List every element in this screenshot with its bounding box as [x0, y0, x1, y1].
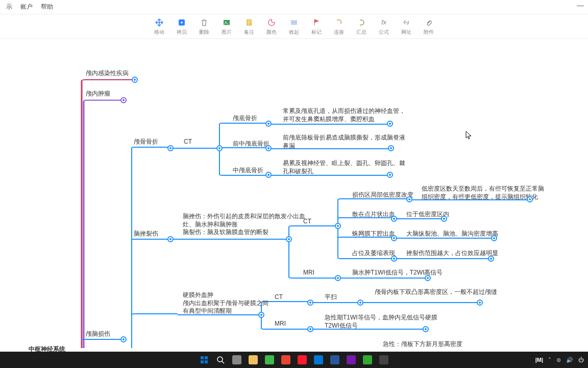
taskbar-onenote-icon[interactable] [345, 354, 357, 366]
node-mass-effect[interactable]: 占位及萎缩表现 [352, 249, 395, 258]
tool-fx[interactable]: fx公式 [376, 17, 391, 36]
taskbar-taskview-icon[interactable] [231, 354, 243, 366]
expand-icon[interactable] [441, 216, 447, 222]
expand-icon[interactable] [307, 300, 313, 306]
tool-label: 删除 [199, 29, 209, 36]
node-mri2-detail[interactable]: 急性期T1WI等信号，血肿内见低信号硬膜 T2WI低信号 [325, 314, 437, 330]
taskbar-mubu-icon[interactable] [361, 354, 374, 366]
node-contusion-detail[interactable]: 脑挫伤：外伤引起的皮质和深层的散发小出血 灶、脑水肿和脑肿胀 脑裂伤：脑及软脑膜… [183, 213, 305, 237]
node-plain-detail[interactable]: 颅骨内板下双凸形高密度区，一般不超过颅缝 [375, 288, 497, 296]
expand-icon[interactable] [488, 256, 494, 262]
node-mass-detail[interactable]: 挫裂伤范围越大，占位效应越明显 [406, 249, 498, 258]
node-anterior-mid[interactable]: 前中颅底骨折 [233, 140, 270, 148]
expand-icon[interactable] [307, 326, 313, 332]
expand-icon[interactable] [357, 300, 363, 306]
taskbar-opera-icon[interactable] [296, 354, 308, 366]
tool-label: 收起 [289, 29, 299, 36]
tool-trash[interactable]: 删除 [197, 17, 212, 36]
expand-icon[interactable] [388, 145, 394, 151]
expand-icon[interactable] [167, 236, 174, 242]
taskbar-search-icon[interactable] [214, 354, 227, 366]
tool-url[interactable]: 网址 [399, 17, 414, 36]
node-subarachnoid-detail[interactable]: 大脑纵裂池、脑池、脑沟密度增高 [406, 230, 498, 238]
wifi-icon[interactable]: ⊚ [556, 357, 561, 363]
volume-icon[interactable]: 🔊 [566, 357, 573, 363]
tool-copy[interactable]: 拷贝 [174, 17, 189, 36]
node-contusion[interactable]: 脑挫裂伤 [134, 230, 158, 238]
node-low-density[interactable]: 损伤区局部低密度改变 [352, 191, 413, 199]
expand-icon[interactable] [258, 312, 264, 318]
taskbar-start-icon[interactable] [198, 354, 210, 366]
tool-link[interactable]: 连接 [331, 17, 347, 36]
taskbar-chrome-icon[interactable] [280, 354, 292, 366]
expand-icon[interactable] [387, 172, 393, 178]
tool-collapse[interactable]: 收起 [286, 17, 302, 36]
expand-icon[interactable] [391, 216, 397, 222]
systray[interactable]: |M| ˄ ⊚ 🔊 ⏻ [535, 357, 584, 363]
node-mri2[interactable]: MRI [275, 320, 286, 328]
expand-icon[interactable] [265, 172, 272, 178]
expand-icon[interactable] [120, 97, 127, 103]
tool-attach[interactable]: 附件 [421, 17, 436, 36]
node-ct2[interactable]: CT [303, 218, 311, 226]
menu-account[interactable]: 账户 [16, 3, 37, 11]
fx-icon: fx [379, 17, 389, 28]
window-minimize[interactable]: — [577, 1, 584, 9]
tool-palette[interactable]: 颜色 [264, 17, 279, 36]
expand-icon[interactable] [423, 326, 429, 332]
expand-icon[interactable] [120, 336, 127, 342]
expand-icon[interactable] [391, 235, 397, 241]
expand-icon[interactable] [491, 235, 497, 241]
mubu-tray-icon[interactable]: |M| [535, 357, 543, 363]
expand-icon[interactable] [335, 223, 341, 229]
menu-partial[interactable]: 示 [2, 3, 16, 11]
mindmap-canvas[interactable]: 中枢神经系统 颅内感染性疾病 颅内肿瘤 颅脑损伤 颅骨骨折 CT 颅底骨折 常累… [0, 39, 588, 352]
expand-icon[interactable] [265, 121, 272, 127]
tool-note[interactable]: 备注 [241, 17, 257, 36]
expand-icon[interactable] [265, 145, 272, 151]
taskbar-terminal-icon[interactable] [378, 354, 390, 366]
node-low-density-detail[interactable]: 低密度区数天至数周后，有些可恢复至正常脑 组织密度，有些更低密度，提示脑组织软化 [422, 185, 544, 201]
taskbar-edge-icon[interactable] [312, 354, 325, 366]
taskbar-explorer-icon[interactable] [247, 354, 259, 366]
expand-icon[interactable] [167, 145, 174, 151]
tool-image[interactable]: 图片 [219, 17, 234, 36]
expand-icon[interactable] [425, 275, 431, 281]
expand-icon[interactable] [132, 77, 138, 83]
expand-icon[interactable] [387, 121, 393, 127]
node-mid-base[interactable]: 中颅底骨折 [233, 167, 263, 175]
node-tumor[interactable]: 颅内肿瘤 [86, 90, 110, 98]
node-anterior-mid-detail[interactable]: 前颅底筛板骨折易造成脑膜撕裂，形成脑脊液 鼻漏 [283, 134, 405, 150]
taskbar-word-icon[interactable] [329, 354, 341, 366]
tool-summary[interactable]: 汇总 [354, 17, 369, 36]
expand-icon[interactable] [335, 275, 341, 281]
expand-icon[interactable] [477, 300, 483, 306]
expand-icon[interactable] [406, 196, 412, 202]
taskbar-wechat-icon[interactable] [263, 354, 276, 366]
node-skull-base-detail[interactable]: 常累及颅底孔道，从而损伤通过的神经血管， 并可发生鼻窦粘膜增厚、窦腔积血 [283, 107, 405, 123]
tool-move[interactable]: 移动 [152, 17, 167, 36]
node-skull-fracture[interactable]: 颅骨骨折 [134, 138, 158, 146]
chevron-up-icon[interactable]: ˄ [548, 357, 551, 363]
node-infectious[interactable]: 颅内感染性疾病 [86, 70, 129, 78]
expand-icon[interactable] [527, 196, 533, 202]
node-subarachnoid[interactable]: 蛛网膜下腔出血 [352, 230, 395, 238]
node-mri[interactable]: MRI [303, 269, 314, 277]
expand-icon[interactable] [216, 145, 223, 151]
tool-label: 公式 [379, 29, 389, 36]
tool-flag[interactable]: 标记 [309, 17, 324, 36]
node-acute[interactable]: 急性：颅板下方新月形高密度 [383, 340, 462, 349]
menu-help[interactable]: 帮助 [37, 3, 57, 11]
node-scattered-bleed[interactable]: 散在点片状出血 [352, 211, 395, 219]
node-brain-injury[interactable]: 颅脑损伤 [86, 330, 110, 338]
node-ct3[interactable]: CT [275, 293, 283, 302]
expand-icon[interactable] [286, 236, 292, 242]
node-skull-base[interactable]: 颅底骨折 [233, 114, 257, 123]
trash-icon [199, 17, 209, 28]
node-plain[interactable]: 平扫 [325, 293, 337, 302]
node-epidural[interactable]: 硬膜外血肿 颅内出血积聚于颅骨与硬膜之间 有典型中间清醒期 [183, 291, 268, 315]
expand-icon[interactable] [391, 256, 397, 262]
root-node[interactable]: 中枢神经系统 [29, 346, 65, 352]
power-icon[interactable]: ⏻ [578, 357, 584, 363]
node-ct[interactable]: CT [184, 138, 192, 146]
